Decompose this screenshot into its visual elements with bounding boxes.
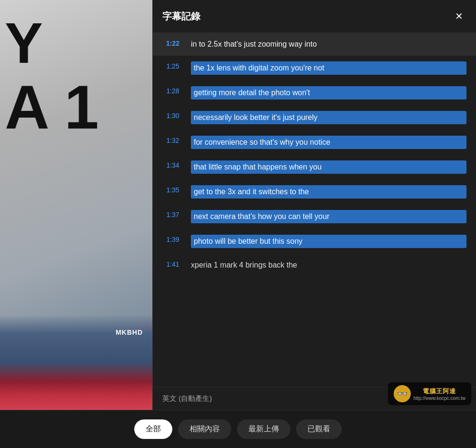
transcript-text-2: getting more detail the photo won't [191, 86, 466, 100]
transcript-list[interactable]: 1:22in to 2.5x that's just zooming way i… [153, 33, 476, 387]
watermark-title: 電腦王阿達 [414, 387, 466, 396]
bottom-btn-3[interactable]: 已觀看 [296, 419, 342, 439]
transcript-item[interactable]: 1:39photo will be better but this sony [153, 229, 476, 254]
main-area: Y A 1 MKBHD 字幕記錄 ✕ 1:22in to 2.5x that's… [0, 0, 476, 410]
video-panel: Y A 1 MKBHD [0, 0, 152, 410]
bottom-btn-0[interactable]: 全部 [134, 419, 172, 439]
transcript-text-3: necessarily look better it's just purely [191, 111, 466, 124]
transcript-text-9: xperia 1 mark 4 brings back the [191, 259, 466, 271]
timestamp-5: 1:34 [162, 160, 183, 170]
video-thumbnail: Y A 1 MKBHD [0, 0, 152, 410]
language-label: 英文 (自動產生) [162, 394, 212, 402]
transcript-item[interactable]: 1:41xperia 1 mark 4 brings back the [153, 254, 476, 277]
timestamp-9: 1:41 [162, 259, 183, 269]
transcript-item[interactable]: 1:37next camera that's how you can tell … [153, 204, 476, 229]
transcript-title: 字幕記錄 [162, 10, 200, 23]
timestamp-7: 1:37 [162, 210, 183, 219]
bottom-bar: 全部相關內容最新上傳已觀看 [0, 410, 476, 448]
timestamp-1: 1:25 [162, 61, 183, 71]
timestamp-0: 1:22 [162, 39, 183, 48]
timestamp-2: 1:28 [162, 86, 183, 96]
timestamp-3: 1:30 [162, 111, 183, 120]
transcript-text-6: get to the 3x and it switches to the [191, 185, 466, 199]
transcript-text-1: the 1x lens with digital zoom you're not [191, 61, 466, 75]
transcript-item[interactable]: 1:22in to 2.5x that's just zooming way i… [153, 33, 476, 56]
video-watermark: MKBHD [116, 329, 143, 336]
transcript-text-8: photo will be better but this sony [191, 235, 466, 248]
video-letter-a1: A 1 [5, 76, 99, 138]
transcript-item[interactable]: 1:30necessarily look better it's just pu… [153, 105, 476, 130]
video-letter-y: Y [5, 14, 43, 71]
timestamp-8: 1:39 [162, 235, 183, 244]
bottom-btn-2[interactable]: 最新上傳 [237, 419, 290, 439]
transcript-text-7: next camera that's how you can tell your [191, 210, 466, 223]
transcript-header: 字幕記錄 ✕ [153, 0, 476, 33]
transcript-text-5: that little snap that happens when you [191, 160, 466, 174]
timestamp-6: 1:35 [162, 185, 183, 195]
transcript-text-0: in to 2.5x that's just zooming way into [191, 39, 466, 50]
transcript-item[interactable]: 1:35get to the 3x and it switches to the [153, 179, 476, 204]
transcript-item[interactable]: 1:34that little snap that happens when y… [153, 155, 476, 179]
watermark-url: http://www.kocpc.com.tw [414, 396, 466, 401]
timestamp-4: 1:32 [162, 136, 183, 145]
bottom-btn-1[interactable]: 相關內容 [178, 419, 231, 439]
transcript-item[interactable]: 1:32for convenience so that's why you no… [153, 130, 476, 155]
transcript-item[interactable]: 1:25the 1x lens with digital zoom you're… [153, 56, 476, 80]
transcript-text-4: for convenience so that's why you notice [191, 136, 466, 149]
transcript-item[interactable]: 1:28getting more detail the photo won't [153, 80, 476, 105]
close-button[interactable]: ✕ [451, 9, 466, 24]
transcript-panel: 字幕記錄 ✕ 1:22in to 2.5x that's just zoomin… [152, 0, 476, 410]
